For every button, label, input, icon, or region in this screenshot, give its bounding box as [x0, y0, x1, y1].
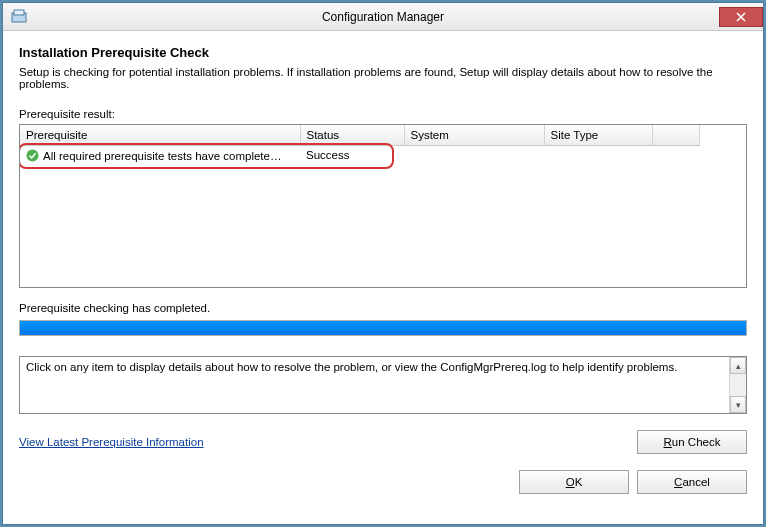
titlebar: Configuration Manager	[3, 3, 763, 31]
details-text: Click on any item to display details abo…	[20, 357, 729, 413]
col-prerequisite[interactable]: Prerequisite	[20, 125, 300, 145]
cell-prerequisite: All required prerequisite tests have com…	[20, 145, 300, 165]
page-description: Setup is checking for potential installa…	[19, 66, 747, 90]
run-check-button[interactable]: Run Check	[637, 430, 747, 454]
cell-status: Success	[300, 145, 404, 165]
window: Configuration Manager Installation Prere…	[2, 2, 764, 525]
button-bar: OK Cancel	[19, 470, 747, 494]
scroll-up-icon[interactable]: ▴	[730, 357, 746, 374]
content-area: Installation Prerequisite Check Setup is…	[3, 31, 763, 524]
app-icon	[11, 9, 27, 25]
cancel-button[interactable]: Cancel	[637, 470, 747, 494]
cell-system	[404, 145, 544, 165]
footer-row: View Latest Prerequisite Information Run…	[19, 430, 747, 454]
col-site-type[interactable]: Site Type	[544, 125, 652, 145]
progress-label: Prerequisite checking has completed.	[19, 302, 747, 314]
table-row[interactable]: All required prerequisite tests have com…	[20, 145, 746, 165]
col-status[interactable]: Status	[300, 125, 404, 145]
page-heading: Installation Prerequisite Check	[19, 45, 747, 60]
details-scrollbar[interactable]: ▴ ▾	[729, 357, 746, 413]
svg-rect-1	[14, 10, 24, 15]
scroll-down-icon[interactable]: ▾	[730, 396, 746, 413]
success-icon	[26, 149, 39, 162]
svg-point-2	[27, 149, 39, 161]
ok-button[interactable]: OK	[519, 470, 629, 494]
cell-site-type	[544, 145, 652, 165]
prerequisite-table[interactable]: Prerequisite Status System Site Type All…	[19, 124, 747, 288]
table-label: Prerequisite result:	[19, 108, 747, 120]
col-system[interactable]: System	[404, 125, 544, 145]
details-box: Click on any item to display details abo…	[19, 356, 747, 414]
table-header-row: Prerequisite Status System Site Type	[20, 125, 746, 145]
view-latest-link[interactable]: View Latest Prerequisite Information	[19, 436, 204, 448]
scroll-track[interactable]	[730, 374, 746, 396]
window-title: Configuration Manager	[3, 10, 763, 24]
progress-bar	[19, 320, 747, 336]
col-spacer	[652, 125, 699, 145]
close-button[interactable]	[719, 7, 763, 27]
